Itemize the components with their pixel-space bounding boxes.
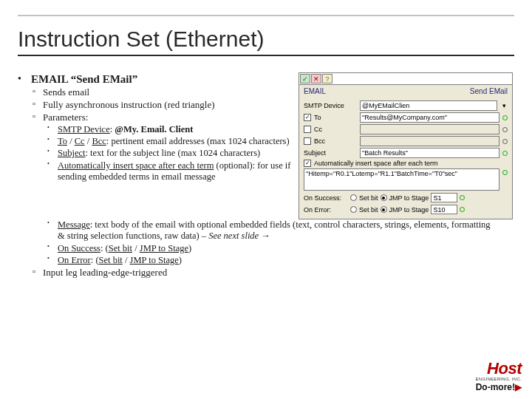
bullet-main: EMAIL “Send EMail” [18, 72, 294, 86]
page-title: Instruction Set (Ethernet) [18, 22, 514, 56]
param-smtp: SMTP Device: @My. Email. Client [18, 124, 294, 135]
dialog-title-left: EMAIL [304, 87, 326, 95]
smtp-label: SMTP Device [304, 102, 357, 109]
ok-button[interactable]: ✓ [300, 74, 310, 83]
param-autospace: Automatically insert space after each te… [18, 160, 294, 183]
bullet-sends: Sends email [18, 86, 294, 98]
onsuccess-stage-field[interactable]: S1 [431, 193, 457, 202]
onsuccess-jmp-radio[interactable] [381, 194, 387, 201]
param-subject: Subject: text for the subject line (max … [18, 148, 294, 159]
onsuccess-setbit-radio[interactable] [350, 194, 357, 201]
email-dialog: ✓ ✕ ? EMAIL Send EMail SMTP Device @MyEM… [299, 72, 513, 219]
onsuccess-status-icon [460, 195, 465, 200]
bullet-column: EMAIL “Send EMail” Sends email Fully asy… [18, 72, 294, 219]
subject-field[interactable]: "Batch Results" [360, 148, 499, 158]
smtp-field[interactable]: @MyEMailClien [360, 100, 497, 111]
logo-subtitle: ENGINEERING, INC. [476, 377, 522, 381]
bcc-status-icon [502, 139, 508, 144]
to-status-icon [502, 115, 508, 120]
autospace-checkbox[interactable]: ✓ [304, 160, 311, 167]
bullet-inputleg: Input leg leading-edge-triggered [18, 267, 514, 279]
decorative-top-rule [18, 15, 514, 16]
bullet-async: Fully asynchronous instruction (red tria… [18, 99, 294, 111]
bullet-column-full: Message: text body of the email with opt… [18, 219, 514, 279]
onerror-jmp-radio[interactable] [381, 206, 387, 213]
bcc-field[interactable] [360, 136, 499, 146]
onerror-setbit-radio[interactable] [350, 206, 357, 213]
subject-label: Subject [304, 149, 357, 157]
onsuccess-setbit-label: Set bit [359, 194, 378, 202]
message-status-icon [502, 170, 508, 175]
dialog-title-right: Send EMail [470, 87, 508, 95]
cc-checkbox[interactable] [304, 126, 311, 133]
param-message: Message: text body of the email with opt… [18, 219, 514, 242]
param-tocc: To / Cc / Bcc: pertinent email addresses… [18, 136, 294, 147]
onerror-status-icon [460, 207, 465, 212]
onerror-setbit-label: Set bit [359, 206, 378, 214]
cc-label: Cc [314, 126, 357, 133]
bullet-main-label: EMAIL “Send EMail” [31, 73, 137, 85]
to-label: To [314, 114, 357, 121]
bullet-params: Parameters: [18, 112, 294, 123]
onerror-jmp-label: JMP to Stage [389, 206, 429, 214]
logo-arrow-icon: ▶ [515, 382, 522, 392]
brand-logo: Host ENGINEERING, INC. Do-more!▶ [476, 361, 522, 392]
cc-field[interactable] [360, 124, 499, 134]
autospace-label: Automatically insert space after each te… [314, 160, 438, 167]
logo-domore: Do-more!▶ [476, 383, 522, 392]
param-onerror: On Error: (Set bit / JMP to Stage) [18, 255, 514, 266]
message-field[interactable]: "Hitemp="R0.1"Lotemp="R1.1"BatchTime="T0… [304, 168, 499, 191]
smtp-dropdown-icon[interactable]: ▾ [500, 102, 508, 109]
onsuccess-jmp-label: JMP to Stage [389, 194, 429, 202]
cancel-button[interactable]: ✕ [311, 74, 321, 83]
onerror-stage-field[interactable]: S10 [431, 205, 457, 214]
logo-host: Host [476, 361, 522, 377]
dialog-header: EMAIL Send EMail [299, 85, 512, 98]
onerror-label: On Error: [304, 206, 348, 214]
to-field[interactable]: "Results@MyCompany.com" [360, 112, 499, 123]
to-checkbox[interactable]: ✓ [304, 114, 311, 121]
cc-status-icon [502, 127, 508, 132]
bcc-checkbox[interactable] [304, 137, 311, 145]
param-onsuccess: On Success: (Set bit / JMP to Stage) [18, 243, 514, 254]
dialog-toolbar: ✓ ✕ ? [299, 73, 512, 85]
help-button[interactable]: ? [322, 74, 332, 83]
onsuccess-label: On Success: [304, 194, 348, 202]
bcc-label: Bcc [314, 137, 357, 145]
subject-status-icon [502, 151, 508, 156]
